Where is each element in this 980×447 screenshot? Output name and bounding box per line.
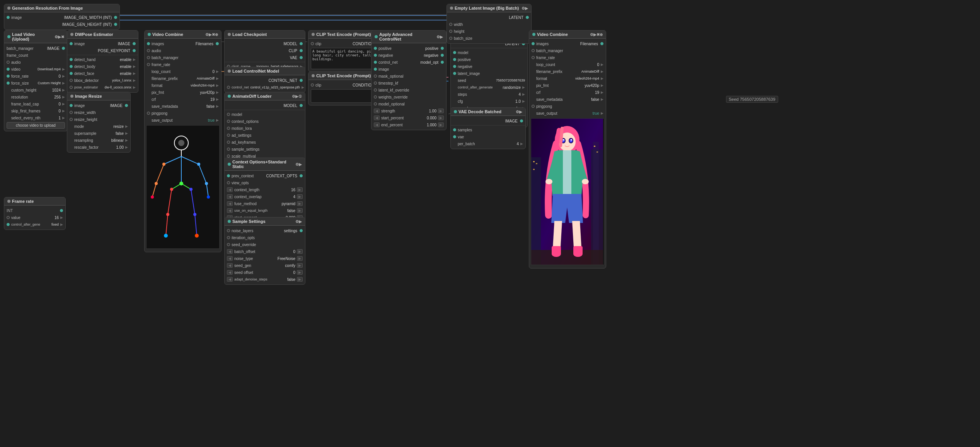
ss-arr-ads-l[interactable]: ◀ <box>227 277 233 282</box>
vcr-arrow-so[interactable]: ▶ <box>601 111 603 115</box>
ir-arrow-mode[interactable]: ▶ <box>125 124 128 128</box>
dwp-label-pe: pose_estimator <box>74 85 103 89</box>
lv-arrow-fs[interactable]: ▶ <box>62 81 65 85</box>
lv-row-forcerate: force_rate 0 ▶ <box>4 73 67 80</box>
ks-arrow-cfg[interactable]: ▶ <box>522 99 525 103</box>
load-video-node: Load Video (Upload) ⚙▶✖ batch_manager IM… <box>4 30 68 131</box>
vcr-arrow-lc[interactable]: ▶ <box>601 63 603 66</box>
acn-arr-ep-r[interactable]: ▶ <box>438 122 444 127</box>
vcl-arrow-crf[interactable]: ▶ <box>216 97 219 101</box>
vcl-row-fmt: format videoh264-mp4 ▶ <box>145 82 221 89</box>
ctn-title: CLIP Text Encode (Prompt) <box>316 73 371 78</box>
ss-arr-sg-r[interactable]: ▶ <box>297 263 303 268</box>
vcr-arrow-fp[interactable]: ▶ <box>601 70 603 73</box>
ss-arr-bo-r[interactable]: ▶ <box>297 249 303 254</box>
choose-video-button[interactable]: choose video to upload <box>7 122 65 129</box>
el-header: Empty Latent Image (Big Batch) ⚙▶ <box>447 4 531 12</box>
adl-title: AnimateDiff Loader <box>232 94 271 99</box>
vcl-arrow-fmt[interactable]: ▶ <box>216 83 219 87</box>
lv-arrow-sff[interactable]: ▶ <box>62 109 65 113</box>
vcl-row-sm: save_metadata false ▶ <box>145 103 221 110</box>
vcl-arrow-so[interactable]: ▶ <box>216 118 219 122</box>
fr-arrow-cag[interactable]: ▶ <box>60 223 63 226</box>
co-arr-fm-r[interactable]: ▶ <box>297 201 303 206</box>
ss-arr-soff-l[interactable]: ◀ <box>227 270 233 275</box>
ir-arrow-rs[interactable]: ▶ <box>125 138 128 142</box>
lv-row-audio: audio <box>4 59 67 66</box>
lv-val-sen: 1 <box>58 116 61 120</box>
dwp-arrow-pe[interactable]: ▶ <box>133 85 136 89</box>
svg-rect-34 <box>533 161 535 162</box>
ss-arr-soff-r[interactable]: ▶ <box>297 270 303 275</box>
vcr-arrow-sm[interactable]: ▶ <box>601 97 603 101</box>
fr-row-int: INT <box>4 207 65 214</box>
ss-header: Sample Settings ⚙▶ <box>225 218 305 226</box>
vcr-arrow-pf[interactable]: ▶ <box>601 83 603 87</box>
lv-arrow-sen[interactable]: ▶ <box>62 116 65 120</box>
co-arr-fm-l[interactable]: ◀ <box>227 201 233 206</box>
lv-arrow-fr[interactable]: ▶ <box>62 74 65 78</box>
lv-label-fc: frame_count <box>7 53 65 58</box>
acn-val-str: 1.00 <box>429 109 436 113</box>
lcn-arrow-ckpt[interactable]: ▶ <box>302 85 304 89</box>
lv-arrow-res[interactable]: ▶ <box>62 95 65 99</box>
ctp-label-clip: clip <box>315 42 351 46</box>
co-arr-uel-r[interactable]: ▶ <box>297 208 303 213</box>
co-arr-uel-l[interactable]: ◀ <box>227 208 233 213</box>
co-arr-cov-l[interactable]: ◀ <box>227 194 233 199</box>
acn-label-pos: positive <box>378 46 424 51</box>
lv-row-btn[interactable]: choose video to upload <box>4 121 67 129</box>
dwp-val-bb: yolox_l.onnx <box>112 78 131 82</box>
ss-label-io: iteration_opts <box>232 236 303 240</box>
vcr-arrow-fmt[interactable]: ▶ <box>601 76 603 80</box>
dwp-arrow-dh[interactable]: ▶ <box>133 58 136 61</box>
acn-arr-ep-l[interactable]: ◀ <box>374 122 380 127</box>
svg-point-20 <box>205 182 208 185</box>
dwp-val-image: IMAGE <box>118 42 130 46</box>
lv-arrow-flc[interactable]: ▶ <box>62 102 65 106</box>
ks-arrow-cag[interactable]: ▶ <box>522 85 525 89</box>
vcl-arrow-sm[interactable]: ▶ <box>216 104 219 108</box>
vd-arrow-pb[interactable]: ▶ <box>520 142 523 146</box>
fr-arrow[interactable]: ▶ <box>60 216 63 219</box>
svg-rect-35 <box>536 163 537 164</box>
vcl-arrow-lc[interactable]: ▶ <box>216 70 219 73</box>
ir-arrow-ss[interactable]: ▶ <box>125 131 128 135</box>
ss-row-sg: ◀ seed_gen comfy ▶ <box>225 262 305 269</box>
co-arr-cov-r[interactable]: ▶ <box>297 194 303 199</box>
ss-arr-ads-r[interactable]: ▶ <box>297 277 303 282</box>
label-image: image <box>11 15 63 20</box>
fr-int-label: INT <box>7 209 58 213</box>
lv-row-res: resolution 256 ▶ <box>4 93 67 100</box>
co-label-uel: use_on_equal_length <box>234 209 286 212</box>
lv-arrow-video[interactable]: ▶ <box>62 67 65 71</box>
ss-arr-sg-l[interactable]: ◀ <box>227 263 233 268</box>
lv-arrow-ch[interactable]: ▶ <box>62 88 65 92</box>
dwp-arrow-bb[interactable]: ▶ <box>133 78 136 82</box>
ss-arr-bo-l[interactable]: ◀ <box>227 249 233 254</box>
dwp-row-dh: detect_hand enable ▶ <box>67 56 138 63</box>
ks-arrow-steps[interactable]: ▶ <box>522 92 525 96</box>
ss-arr-nt-l[interactable]: ◀ <box>227 256 233 261</box>
dwp-arrow-db[interactable]: ▶ <box>133 65 136 68</box>
lv-label-res: resolution <box>11 95 53 99</box>
ss-arr-nt-r[interactable]: ▶ <box>297 256 303 261</box>
vcl-arrow-fp[interactable]: ▶ <box>216 76 219 80</box>
acn-arr-str-r[interactable]: ▶ <box>438 109 444 113</box>
ss-label-ads: adapt_denoise_steps <box>234 277 286 281</box>
co-arr-cl-r[interactable]: ▶ <box>297 187 303 192</box>
dwpose-title: DWPose Estimator <box>75 32 113 37</box>
video-preview <box>146 125 220 249</box>
vcr-port-pp <box>532 105 535 108</box>
frame-rate-header: Frame rate <box>4 197 65 206</box>
acn-arr-sp-l[interactable]: ◀ <box>374 116 380 120</box>
acn-arr-sp-r[interactable]: ▶ <box>438 116 444 120</box>
co-arr-cl-l[interactable]: ◀ <box>227 187 233 192</box>
dwp-arrow-df[interactable]: ▶ <box>133 71 136 75</box>
adl-port-out <box>300 104 303 107</box>
vcl-arrow-pf[interactable]: ▶ <box>216 90 219 94</box>
acn-label-mask: mask_optional <box>378 74 444 78</box>
acn-arr-str-l[interactable]: ◀ <box>374 109 380 113</box>
ir-arrow-rf[interactable]: ▶ <box>125 145 128 149</box>
vcr-arrow-crf[interactable]: ▶ <box>601 90 603 94</box>
